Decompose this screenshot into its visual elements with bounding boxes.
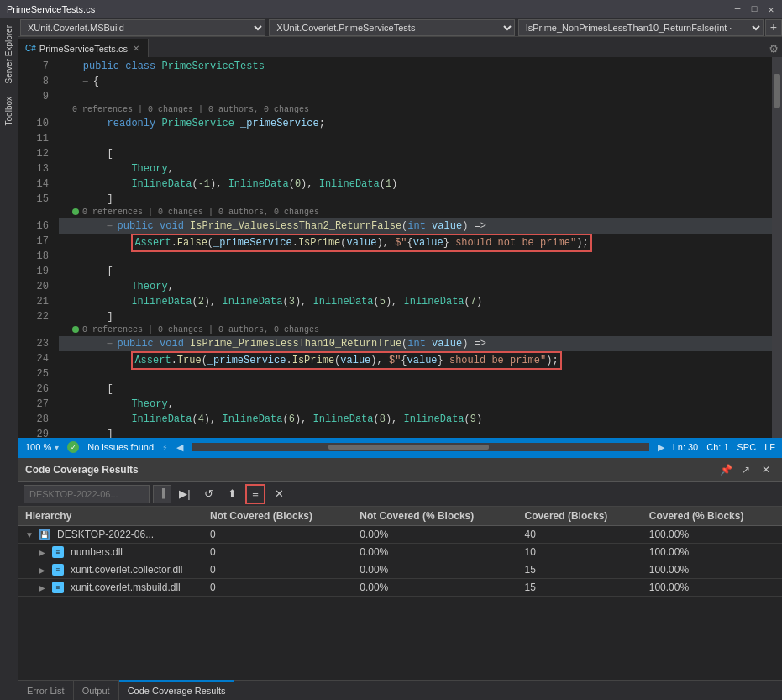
tree-expand-icon[interactable]: ▶: [39, 566, 49, 575]
line-position[interactable]: Ln: 30: [673, 442, 699, 452]
nav-add-button[interactable]: +: [765, 19, 782, 36]
code-line-7: public class PrimeServiceTests: [59, 59, 772, 74]
hint-references-2: 0 references | 0 changes | 0 authors, 0 …: [72, 207, 772, 218]
panel-pin-button[interactable]: 📌: [716, 461, 735, 479]
covered-pct-cell: 100.00%: [643, 526, 782, 544]
tree-item-name: xunit.coverlet.msbuild.dll: [71, 582, 181, 593]
code-line-28: InlineData(4), InlineData(6), InlineData…: [59, 412, 772, 427]
tab-code-coverage[interactable]: Code Coverage Results: [119, 680, 235, 700]
zoom-level[interactable]: 100 % ▾: [25, 442, 59, 452]
vertical-scrollbar[interactable]: [772, 57, 782, 438]
zoom-percent-sign: ▾: [55, 443, 59, 452]
tree-expand-icon[interactable]: ▶: [39, 548, 49, 557]
code-line-15: ]: [59, 192, 772, 207]
code-content: public class PrimeServiceTests ─{ 0 refe…: [52, 57, 772, 438]
code-line-12: [: [59, 146, 772, 161]
tab-gear-button[interactable]: ⚙: [765, 40, 782, 57]
nav-dropdown-class[interactable]: XUnit.Coverlet.PrimeServiceTests: [269, 19, 514, 36]
code-line-13: Theory,: [59, 161, 772, 176]
not-covered-blocks-cell: 0: [203, 526, 353, 544]
tree-expand-icon[interactable]: ▶: [39, 583, 49, 592]
no-issues-icon: ✓: [67, 441, 79, 453]
panel-title-bar: Code Coverage Results 📌 ↗ ✕: [18, 458, 782, 482]
code-line-22: ]: [59, 309, 772, 324]
run-analysis-button[interactable]: ▶|: [175, 484, 195, 504]
col-header-not-covered-blocks[interactable]: Not Covered (Blocks): [203, 507, 353, 526]
panel-buttons: 📌 ↗ ✕: [716, 461, 775, 479]
panel-close-button[interactable]: ✕: [757, 461, 775, 479]
dll-icon: ≡: [52, 546, 64, 558]
code-line-19: [: [59, 264, 772, 279]
editor-container: XUnit.Coverlet.MSBuild XUnit.Coverlet.Pr…: [18, 18, 782, 700]
covered-blocks-cell: 15: [518, 561, 643, 579]
tab-close-button[interactable]: ✕: [131, 44, 141, 53]
tab-error-list[interactable]: Error List: [18, 681, 74, 701]
table-row[interactable]: ▶≡xunit.coverlet.collector.dll00.00%1510…: [18, 561, 782, 579]
main-container: Server Explorer Toolbox XUnit.Coverlet.M…: [0, 18, 782, 700]
nav-dropdown-method[interactable]: IsPrime_NonPrimesLessThan10_ReturnFalse(…: [518, 19, 764, 36]
col-header-not-covered-pct[interactable]: Not Covered (% Blocks): [353, 507, 517, 526]
clear-button[interactable]: ✕: [269, 484, 289, 504]
code-line-27: Theory,: [59, 397, 772, 412]
nav-bar: XUnit.Coverlet.MSBuild XUnit.Coverlet.Pr…: [18, 18, 782, 37]
highlight-button[interactable]: ≡: [245, 484, 265, 504]
covered-blocks-cell: 10: [518, 544, 643, 561]
refresh-button[interactable]: ↺: [198, 484, 218, 504]
cs-file-icon: C#: [25, 44, 36, 53]
toolbar-arrow-right[interactable]: ▶: [658, 442, 664, 453]
line-numbers: 7 8 9 10 11 12 13 14 15 16 17 18 19 20 2…: [18, 57, 52, 438]
minimize-button[interactable]: ─: [730, 2, 745, 17]
not-covered-pct-cell: 0.00%: [353, 561, 517, 579]
toolbar-separator: ⚡: [162, 442, 168, 453]
covered-blocks-cell: 40: [518, 526, 643, 544]
code-line-24: Assert.True(_primeService.IsPrime(value)…: [59, 351, 772, 366]
encoding-label[interactable]: SPC: [737, 442, 757, 452]
code-line-26: [: [59, 382, 772, 397]
not-covered-blocks-cell: 0: [203, 561, 353, 579]
coverage-table-wrap[interactable]: Hierarchy Not Covered (Blocks) Not Cover…: [18, 507, 782, 680]
horizontal-scrollbar[interactable]: [192, 443, 649, 451]
dll-icon: ≡: [52, 582, 64, 593]
no-issues-text[interactable]: No issues found: [87, 442, 154, 452]
table-row[interactable]: ▶≡numbers.dll00.00%10100.00%: [18, 544, 782, 561]
export-button[interactable]: ⬆: [222, 484, 242, 504]
sidebar-item-server-explorer[interactable]: Server Explorer: [3, 18, 15, 90]
panel-title: Code Coverage Results: [25, 464, 139, 476]
table-header-row: Hierarchy Not Covered (Blocks) Not Cover…: [18, 507, 782, 526]
hint-references-1: 0 references | 0 changes | 0 authors, 0 …: [72, 104, 772, 116]
code-line-16: ─public void IsPrime_ValuesLessThan2_Ret…: [59, 218, 772, 234]
code-line-25: [59, 366, 772, 382]
pc-icon: 💾: [39, 529, 50, 540]
code-line-18: [59, 249, 772, 264]
dll-icon: ≡: [52, 564, 64, 576]
toolbar-arrow-left[interactable]: ◀: [176, 442, 183, 453]
covered-pct-cell: 100.00%: [643, 561, 782, 579]
col-header-covered-blocks[interactable]: Covered (Blocks): [518, 507, 643, 526]
bottom-panel: Code Coverage Results 📌 ↗ ✕ ▐ ▶| ↺ ⬆ ≡ ✕: [18, 456, 782, 700]
sidebar-strip: Server Explorer Toolbox: [0, 18, 18, 700]
col-header-hierarchy[interactable]: Hierarchy: [18, 507, 203, 526]
col-header-covered-pct[interactable]: Covered (% Blocks): [643, 507, 782, 526]
vertical-scroll-thumb[interactable]: [774, 74, 780, 108]
tree-expand-icon[interactable]: ▼: [25, 530, 35, 539]
tree-item-name: xunit.coverlet.collector.dll: [71, 564, 182, 576]
horizontal-scroll-thumb[interactable]: [328, 445, 489, 450]
tab-output[interactable]: Output: [74, 681, 119, 701]
nav-dropdown-project[interactable]: XUnit.Coverlet.MSBuild: [20, 19, 265, 36]
table-row[interactable]: ▶≡xunit.coverlet.msbuild.dll00.00%15100.…: [18, 579, 782, 597]
col-position[interactable]: Ch: 1: [706, 442, 728, 452]
panel-float-button[interactable]: ↗: [737, 461, 755, 479]
sidebar-item-toolbox[interactable]: Toolbox: [3, 90, 15, 132]
line-ending-label[interactable]: LF: [764, 442, 775, 452]
coverage-search-icon: ▐: [153, 485, 171, 503]
close-button[interactable]: ✕: [764, 2, 779, 17]
code-line-21: InlineData(2), InlineData(3), InlineData…: [59, 294, 772, 309]
maximize-button[interactable]: □: [747, 2, 762, 17]
code-line-20: Theory,: [59, 279, 772, 294]
table-row[interactable]: ▼💾DESKTOP-2022-06...00.00%40100.00%: [18, 526, 782, 544]
code-line-14: InlineData(-1), InlineData(0), InlineDat…: [59, 176, 772, 192]
tab-primeservicetests[interactable]: C# PrimeServiceTests.cs ✕: [18, 39, 149, 57]
tab-bar: C# PrimeServiceTests.cs ✕ ⚙: [18, 37, 782, 57]
coverage-search-input[interactable]: [24, 485, 150, 503]
code-line-11: [59, 131, 772, 146]
